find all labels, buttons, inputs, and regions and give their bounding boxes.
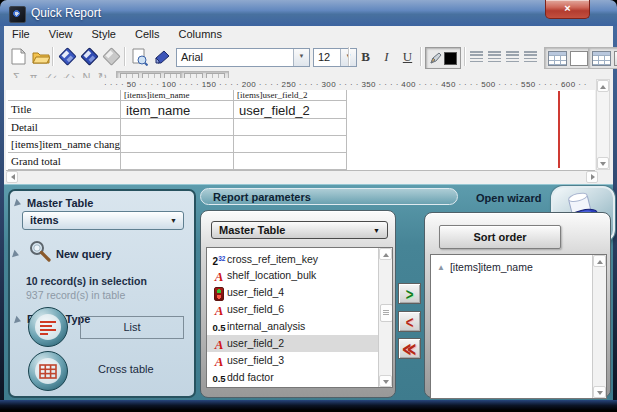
chevron-down-icon: ▼ xyxy=(373,227,380,234)
scroll-down-icon[interactable] xyxy=(593,386,606,398)
sort-ascending-icon: ▲ xyxy=(437,263,445,272)
window-border-bottom xyxy=(0,400,617,412)
field-row-selected[interactable]: Auser_field_2 xyxy=(207,335,378,352)
save-all-icon[interactable] xyxy=(79,46,100,67)
chevron-down-icon: ▼ xyxy=(170,217,177,224)
arrow-bullet-icon xyxy=(14,316,26,327)
font-family-select[interactable]: Arial ▼ xyxy=(176,48,310,67)
table-select[interactable]: items ▼ xyxy=(22,211,184,230)
open-wizard-link[interactable]: Open wizard xyxy=(476,192,541,204)
grid-row-label[interactable]: [items]item_name changed xyxy=(8,136,121,153)
scrollbar-thumb[interactable] xyxy=(380,304,393,322)
grid-column-header[interactable]: [items]user_field_2 xyxy=(234,90,347,101)
field-list-scrollbar[interactable] xyxy=(378,248,392,387)
align-center-icon[interactable] xyxy=(488,51,501,62)
grid-row-label[interactable]: Detail xyxy=(8,119,121,136)
menu-view[interactable]: View xyxy=(41,26,81,40)
cross-table-label[interactable]: Cross table xyxy=(98,363,154,375)
grid-cell[interactable] xyxy=(234,153,347,170)
underline-button[interactable]: U xyxy=(398,47,417,66)
field-row[interactable]: 232cross_ref_item_key xyxy=(207,250,378,267)
list-report-button[interactable] xyxy=(28,307,68,347)
menu-style[interactable]: Style xyxy=(84,26,124,40)
bold-button[interactable]: B xyxy=(356,47,375,66)
new-document-icon[interactable] xyxy=(8,46,29,67)
grid-cell[interactable] xyxy=(121,153,234,170)
cell-borders-icon[interactable] xyxy=(548,51,567,66)
grid-cell[interactable]: item_name xyxy=(121,101,234,119)
grid-cell[interactable] xyxy=(234,119,347,136)
scroll-down-icon[interactable] xyxy=(597,157,609,169)
align-justify-icon[interactable] xyxy=(524,51,537,62)
field-row[interactable]: 0.5internal_analysis xyxy=(207,318,378,335)
menu-cells[interactable]: Cells xyxy=(127,26,167,40)
font-size-value: 12 xyxy=(318,51,330,63)
cross-table-button[interactable] xyxy=(28,351,68,391)
parameters-table-select[interactable]: Master Table ▼ xyxy=(211,221,388,239)
field-row[interactable]: Ashelf_location_bulk xyxy=(207,267,378,284)
field-row[interactable]: Auser_field_6 xyxy=(207,301,378,318)
grid-cell[interactable] xyxy=(121,119,234,136)
menu-columns[interactable]: Columns xyxy=(171,26,230,40)
cell-format-more-group: ... xyxy=(588,47,617,69)
remove-all-fields-button[interactable]: ≪ xyxy=(398,338,421,359)
print-preview-icon[interactable] xyxy=(129,46,150,67)
grid-vertical-scrollbar[interactable] xyxy=(596,79,610,170)
field-name: shelf_location_bulk xyxy=(227,269,316,281)
align-left-icon[interactable] xyxy=(470,51,483,62)
scroll-left-icon[interactable] xyxy=(6,171,18,183)
open-folder-icon[interactable] xyxy=(30,46,51,67)
new-query-button[interactable]: New query xyxy=(56,248,112,260)
field-name: user_field_2 xyxy=(227,337,284,349)
table-select-value: items xyxy=(30,214,59,226)
chevron-down-icon[interactable]: ▼ xyxy=(293,49,309,66)
master-table-label: Master Table xyxy=(27,197,93,209)
scroll-down-icon[interactable] xyxy=(379,375,392,387)
italic-button[interactable]: I xyxy=(377,47,396,66)
sort-order-button[interactable]: Sort order xyxy=(439,225,561,249)
sort-order-groupbox: Sort order ▲[items]item_name xyxy=(424,212,611,398)
field-name: user_field_3 xyxy=(227,354,284,366)
pen-icon xyxy=(430,52,442,64)
scroll-up-icon[interactable] xyxy=(593,255,606,267)
scroll-right-icon[interactable] xyxy=(586,171,598,183)
field-name: user_field_6 xyxy=(227,303,284,315)
grid-column-header[interactable]: [items]item_name xyxy=(121,90,234,101)
title-bar[interactable]: Quick Report × xyxy=(0,0,617,27)
align-right-icon[interactable] xyxy=(506,51,519,62)
parameters-table-value: Master Table xyxy=(219,224,285,236)
close-button[interactable]: × xyxy=(545,0,590,19)
sort-list-scrollbar[interactable] xyxy=(592,255,606,398)
cell-style-icon[interactable] xyxy=(592,51,611,66)
grid-corner-cell xyxy=(8,90,121,101)
sort-item-name: [items]item_name xyxy=(450,261,533,273)
list-report-label[interactable]: List xyxy=(80,316,184,339)
magnifier-icon[interactable] xyxy=(28,239,52,263)
grid-cell[interactable]: user_field_2 xyxy=(234,101,347,119)
scroll-up-icon[interactable] xyxy=(597,80,609,92)
save-template-icon-disabled[interactable] xyxy=(101,46,122,67)
remove-field-button[interactable]: < xyxy=(398,311,421,332)
text-color-button[interactable] xyxy=(425,47,461,69)
cell-fill-swatch[interactable] xyxy=(570,51,588,66)
eraser-icon[interactable] xyxy=(151,46,172,67)
grid-cell[interactable] xyxy=(234,136,347,153)
font-size-select[interactable]: 12 ▼ xyxy=(313,48,357,67)
save-icon[interactable] xyxy=(57,46,78,67)
grid-row-label[interactable]: Title xyxy=(8,101,121,119)
add-field-button[interactable]: > xyxy=(398,283,421,304)
field-row[interactable]: user_field_4 xyxy=(207,284,378,301)
menu-file[interactable]: File xyxy=(4,26,38,40)
field-name: ddd factor xyxy=(227,371,274,383)
scroll-up-icon[interactable] xyxy=(379,248,392,260)
fields-groupbox: Master Table ▼ 232cross_ref_item_key Ash… xyxy=(200,210,396,398)
table-count: 937 record(s) in table xyxy=(26,289,125,301)
list-report-icon xyxy=(35,314,61,340)
grid-cell[interactable] xyxy=(121,136,234,153)
grid-row-label[interactable]: Grand total xyxy=(8,153,121,170)
field-row[interactable]: 0.5ddd factor xyxy=(207,369,378,386)
cell-format-group xyxy=(544,47,592,69)
selection-count: 10 record(s) in selection xyxy=(26,275,147,287)
sort-item-row[interactable]: ▲[items]item_name xyxy=(431,258,592,276)
field-row[interactable]: Auser_field_3 xyxy=(207,352,378,369)
